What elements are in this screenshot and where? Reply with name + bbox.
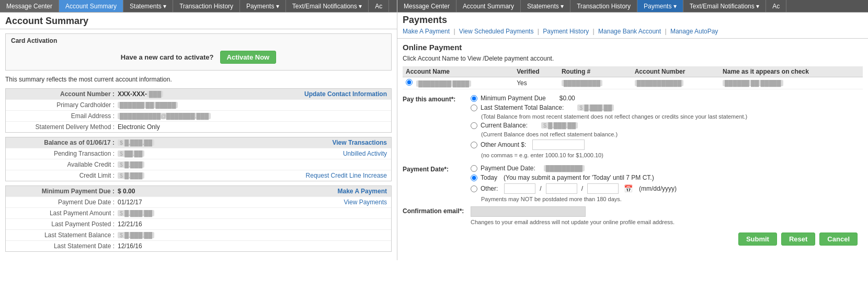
make-a-payment-link[interactable]: Make A Payment bbox=[403, 28, 450, 35]
current-balance-radio-label[interactable]: Current Balance: bbox=[481, 122, 528, 129]
last-statement-amount: $ █,███.██ bbox=[577, 104, 614, 111]
view-transactions-link[interactable]: View Transactions bbox=[333, 139, 387, 146]
payment-history-link[interactable]: Payment History bbox=[543, 28, 589, 35]
nav-item-statements[interactable]: Statements ▾ bbox=[123, 0, 173, 12]
card-activation-box: Card Activation Have a new card to activ… bbox=[5, 33, 392, 71]
other-date-month-input[interactable] bbox=[504, 183, 535, 194]
right-nav-message-center[interactable]: Message Center bbox=[397, 0, 456, 12]
right-nav-text-email[interactable]: Text/Email Notifications ▾ bbox=[683, 0, 766, 12]
right-nav-transaction-history[interactable]: Transaction History bbox=[570, 0, 637, 12]
email-label: Email Address : bbox=[10, 112, 115, 120]
nav-item-ac[interactable]: Ac bbox=[369, 0, 389, 12]
other-amount-input[interactable] bbox=[532, 140, 585, 150]
last-payment-posted-label: Last Payment Posted : bbox=[10, 220, 115, 228]
credit-line-increase-link[interactable]: Request Credit Line Increase bbox=[306, 172, 387, 179]
other-amount-radio-label[interactable]: Other Amount $: bbox=[481, 141, 526, 148]
today-radio[interactable] bbox=[471, 175, 477, 181]
reset-button[interactable]: Reset bbox=[781, 233, 815, 246]
other-amount-radio[interactable] bbox=[471, 142, 477, 148]
payment-date-options: Payment Due Date: █████████ Today (You m… bbox=[471, 165, 863, 202]
nav-item-payments[interactable]: Payments ▾ bbox=[240, 0, 286, 12]
balance-label: Balance as of 01/06/17 : bbox=[10, 139, 115, 146]
activate-now-button[interactable]: Activate Now bbox=[220, 51, 277, 64]
other-date-radio[interactable] bbox=[471, 185, 477, 192]
payment-date-label: Payment Date*: bbox=[403, 165, 471, 173]
confirmation-email-label: Confirmation email*: bbox=[403, 206, 471, 215]
pay-amount-row: Pay this amount*: Minimum Payment Due $0… bbox=[403, 95, 863, 160]
col-name-on-check: Name as it appears on check bbox=[719, 66, 863, 77]
view-payments-link[interactable]: View Payments bbox=[344, 199, 387, 206]
min-payment-radio-label[interactable]: Minimum Payment Due bbox=[481, 95, 546, 102]
nav-item-account-summary-active[interactable]: Account Summary bbox=[59, 0, 123, 12]
nav-item-transaction-history[interactable]: Transaction History bbox=[173, 0, 240, 12]
min-payment-label: Minimum Payment Due : bbox=[10, 188, 115, 195]
account-number-label: Account Number : bbox=[10, 90, 115, 98]
view-scheduled-payments-link[interactable]: View Scheduled Payments bbox=[459, 28, 534, 35]
right-nav-account-summary[interactable]: Account Summary bbox=[456, 0, 521, 12]
email-note: Changes to your email address will not u… bbox=[471, 219, 863, 225]
last-statement-radio-label[interactable]: Last Statement Total Balance: bbox=[481, 104, 564, 111]
date-format-label: (mm/dd/yyyy) bbox=[639, 185, 677, 192]
balance-section: Balance as of 01/06/17 : $ █,███.██ View… bbox=[5, 137, 392, 181]
balance-row: Balance as of 01/06/17 : $ █,███.██ View… bbox=[6, 137, 391, 148]
email-value: ██████████@███████.███ bbox=[118, 113, 211, 119]
pay-amount-label: Pay this amount*: bbox=[403, 95, 471, 103]
calendar-icon[interactable]: 📅 bbox=[624, 184, 633, 193]
min-payment-row: Minimum Payment Due : $ 0.00 Make A Paym… bbox=[6, 186, 391, 197]
form-buttons: Submit Reset Cancel bbox=[403, 233, 863, 246]
confirmation-email-input[interactable] bbox=[471, 206, 586, 217]
last-statement-radio[interactable] bbox=[471, 104, 477, 111]
name-on-check-cell: ██████ ██ █████ bbox=[723, 80, 783, 86]
confirmation-email-options: Changes to your email address will not u… bbox=[471, 206, 863, 227]
today-radio-row: Today (You may submit a payment for 'Tod… bbox=[471, 174, 863, 181]
credit-limit-label: Credit Limit : bbox=[10, 172, 115, 179]
left-nav-bar: Message Center Account Summary Statement… bbox=[0, 0, 397, 13]
online-payment-title: Online Payment bbox=[403, 43, 863, 52]
last-statement-radio-row: Last Statement Total Balance: $ █,███.██ bbox=[471, 104, 863, 111]
today-note: (You may submit a payment for 'Today' un… bbox=[504, 174, 654, 181]
payment-due-date-label: Payment Due Date : bbox=[10, 199, 115, 206]
submit-button[interactable]: Submit bbox=[738, 233, 777, 246]
current-balance-radio[interactable] bbox=[471, 122, 477, 129]
nav-item-message-center[interactable]: Message Center bbox=[0, 0, 59, 12]
table-row: ████████ ████ Yes █████████ ███████████ … bbox=[403, 77, 863, 89]
routing-cell: █████████ bbox=[562, 80, 602, 86]
date-postdate-note: Payments may NOT be postdated more than … bbox=[481, 196, 863, 202]
account-name-cell[interactable]: ████████ ████ bbox=[416, 80, 471, 87]
verified-cell: Yes bbox=[513, 77, 558, 89]
pending-value: $ ██.██ bbox=[118, 150, 144, 157]
payment-due-date-row: Payment Due Date : 01/12/17 View Payment… bbox=[6, 197, 391, 208]
current-balance-amount: $ █,███.██ bbox=[541, 122, 578, 129]
other-date-radio-label[interactable]: Other: bbox=[481, 185, 498, 192]
right-nav-payments-active[interactable]: Payments ▾ bbox=[637, 0, 683, 12]
min-payment-radio-row: Minimum Payment Due $0.00 bbox=[471, 95, 863, 102]
manage-autopay-link[interactable]: Manage AutoPay bbox=[670, 28, 718, 35]
col-account-number: Account Number bbox=[632, 66, 719, 77]
account-info-section: Account Number : XXX-XXX-███ Update Cont… bbox=[5, 88, 392, 133]
make-payment-link[interactable]: Make A Payment bbox=[338, 188, 387, 195]
confirmation-email-row: Confirmation email*: Changes to your ema… bbox=[403, 206, 863, 227]
other-date-day-input[interactable] bbox=[546, 183, 577, 194]
other-amount-radio-row: Other Amount $: bbox=[471, 140, 863, 150]
cancel-button[interactable]: Cancel bbox=[819, 233, 858, 246]
account-row-radio[interactable] bbox=[406, 80, 414, 87]
right-nav-bar: Message Center Account Summary Statement… bbox=[397, 0, 868, 13]
last-payment-posted-row: Last Payment Posted : 12/21/16 bbox=[6, 219, 391, 230]
other-date-year-input[interactable] bbox=[587, 183, 619, 194]
last-statement-balance-label: Last Statement Balance : bbox=[10, 231, 115, 239]
last-statement-note: (Total Balance from most recent statemen… bbox=[481, 113, 863, 120]
payment-due-date-value: █████████ bbox=[544, 165, 585, 171]
right-nav-statements[interactable]: Statements ▾ bbox=[521, 0, 570, 12]
payment-due-date-radio[interactable] bbox=[471, 165, 477, 172]
right-nav-ac[interactable]: Ac bbox=[766, 0, 786, 12]
last-payment-amount-row: Last Payment Amount : $ █,███.██ bbox=[6, 208, 391, 219]
update-contact-link[interactable]: Update Contact Information bbox=[304, 90, 387, 98]
payment-due-date-radio-label[interactable]: Payment Due Date: bbox=[481, 165, 535, 172]
manage-bank-account-link[interactable]: Manage Bank Account bbox=[598, 28, 661, 35]
today-radio-label[interactable]: Today bbox=[481, 174, 497, 181]
statement-delivery-row: Statement Delivery Method : Electronic O… bbox=[6, 122, 391, 132]
statement-delivery-label: Statement Delivery Method : bbox=[10, 123, 115, 131]
nav-item-text-email[interactable]: Text/Email Notifications ▾ bbox=[286, 0, 369, 12]
min-payment-radio[interactable] bbox=[471, 95, 477, 102]
unbilled-activity-link[interactable]: Unbilled Activity bbox=[343, 150, 387, 157]
